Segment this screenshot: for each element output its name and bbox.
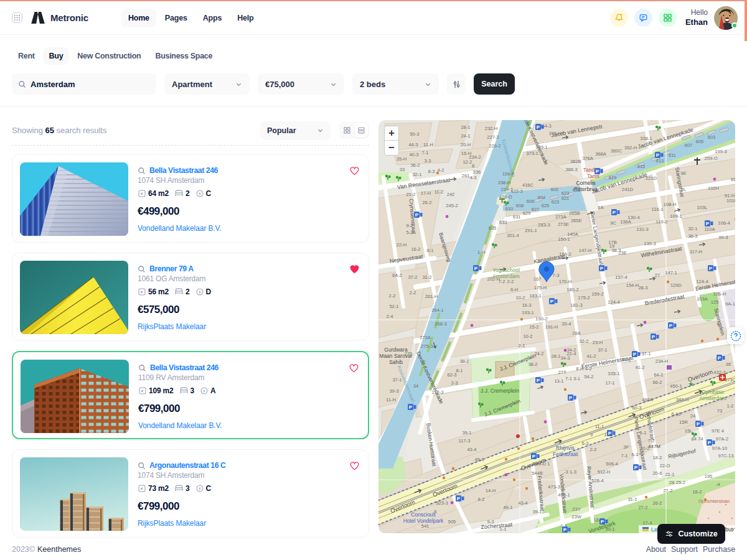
svg-text:117-3: 117-3 (459, 438, 471, 444)
svg-text:40-3: 40-3 (409, 152, 418, 157)
svg-text:175-H: 175-H (534, 285, 547, 291)
svg-text:166-2: 166-2 (559, 251, 571, 257)
svg-text:541: 541 (421, 523, 430, 529)
svg-text:99-3: 99-3 (718, 235, 728, 240)
svg-text:101H: 101H (726, 198, 735, 203)
svg-text:124-4: 124-4 (608, 299, 619, 305)
svg-text:Oprichtersbán: Oprichtersbán (698, 498, 730, 504)
svg-text:31-1: 31-1 (627, 497, 637, 502)
svg-text:273A: 273A (555, 214, 567, 220)
svg-text:544B: 544B (532, 470, 543, 476)
svg-text:428-O: 428-O (499, 194, 512, 200)
svg-text:8-3: 8-3 (428, 169, 435, 174)
svg-text:16-2: 16-2 (411, 246, 420, 252)
svg-text:6-3: 6-3 (582, 441, 589, 446)
svg-text:191-H: 191-H (545, 324, 558, 330)
svg-text:10-2: 10-2 (515, 295, 525, 301)
svg-text:7-1: 7-1 (422, 150, 429, 156)
svg-text:610: 610 (505, 206, 514, 212)
svg-text:23W: 23W (571, 514, 581, 520)
svg-text:370-H: 370-H (549, 131, 562, 136)
svg-text:157-4: 157-4 (615, 274, 627, 280)
svg-text:18-2: 18-2 (652, 455, 662, 460)
svg-text:450-1: 450-1 (670, 383, 682, 389)
svg-text:9C: 9C (610, 220, 616, 226)
svg-text:41-2: 41-2 (635, 365, 644, 370)
svg-text:103L: 103L (697, 205, 708, 210)
svg-text:22-H: 22-H (397, 242, 406, 248)
svg-text:28A: 28A (572, 330, 581, 336)
svg-text:34: 34 (413, 383, 418, 389)
svg-text:607: 607 (685, 142, 693, 148)
svg-text:2-2: 2-2 (590, 447, 597, 452)
svg-text:13-1: 13-1 (554, 378, 563, 384)
svg-text:8-H 4-2: 8-H 4-2 (576, 366, 591, 371)
svg-text:234-2: 234-2 (469, 154, 481, 160)
svg-text:-3 1-3: -3 1-3 (564, 469, 576, 475)
svg-text:26-2: 26-2 (422, 200, 431, 205)
svg-text:359-1: 359-1 (535, 144, 547, 150)
svg-text:23-H: 23-H (593, 340, 603, 345)
svg-text:202-H: 202-H (487, 276, 500, 282)
svg-text:383-H: 383-H (676, 397, 689, 403)
svg-text:97E 4: 97E 4 (712, 428, 724, 434)
svg-text:50-3: 50-3 (410, 131, 419, 137)
svg-text:229-2: 229-2 (489, 143, 500, 149)
svg-text:234-H: 234-H (655, 358, 669, 364)
svg-text:Yogaschool: Yogaschool (492, 267, 520, 273)
svg-text:633: 633 (499, 220, 507, 225)
svg-text:17-H: 17-H (421, 190, 431, 196)
svg-text:868: 868 (731, 177, 735, 182)
svg-text:195: 195 (705, 474, 713, 479)
svg-text:Gymbase: Gymbase (702, 389, 725, 395)
svg-text:6-1: 6-1 (640, 430, 647, 436)
svg-text:265B: 265B (569, 210, 580, 216)
svg-text:9E: 9E (680, 170, 686, 176)
svg-text:117-H: 117-H (690, 249, 702, 254)
svg-text:621: 621 (573, 187, 581, 193)
svg-text:P: P (415, 212, 419, 218)
svg-text:39-1: 39-1 (532, 509, 542, 515)
svg-text:31-2: 31-2 (422, 274, 431, 280)
svg-text:17-4: 17-4 (642, 520, 652, 526)
svg-text:106-H: 106-H (713, 291, 726, 297)
svg-text:364-3: 364-3 (539, 123, 551, 129)
svg-text:62-3: 62-3 (447, 372, 456, 378)
svg-text:8-1: 8-1 (456, 368, 463, 373)
svg-text:11-H: 11-H (386, 397, 396, 403)
svg-text:P: P (601, 519, 604, 525)
svg-text:9A-1: 9A-1 (725, 301, 735, 307)
svg-text:635: 635 (489, 225, 497, 231)
svg-text:8-2: 8-2 (478, 497, 485, 502)
svg-text:37-1: 37-1 (598, 347, 607, 353)
svg-text:623: 623 (561, 190, 570, 196)
svg-text:245-2: 245-2 (446, 203, 458, 208)
svg-text:611: 611 (669, 152, 676, 158)
svg-text:613: 613 (656, 158, 664, 164)
svg-text:64-1: 64-1 (654, 372, 663, 378)
svg-text:236: 236 (473, 169, 481, 175)
svg-text:P: P (537, 378, 540, 383)
svg-text:27: 27 (655, 273, 660, 278)
svg-text:73: 73 (717, 408, 722, 414)
svg-text:7-2: 7-2 (648, 438, 655, 444)
svg-text:9: 9 (590, 432, 593, 437)
svg-text:422-3: 422-3 (510, 189, 522, 194)
svg-text:16-3: 16-3 (522, 302, 531, 308)
svg-text:20-4: 20-4 (561, 321, 571, 327)
svg-text:199-3: 199-3 (715, 149, 726, 154)
svg-text:6-1: 6-1 (632, 452, 639, 457)
svg-text:241D: 241D (622, 187, 634, 192)
svg-text:Sahib: Sahib (389, 359, 403, 365)
svg-text:6-10: 6-10 (671, 411, 680, 417)
svg-text:621: 621 (561, 195, 570, 201)
svg-text:2-3: 2-3 (451, 380, 458, 386)
svg-text:84 74: 84 74 (691, 436, 703, 442)
svg-text:14-H: 14-H (486, 488, 496, 493)
svg-text:3F: 3F (624, 444, 629, 450)
svg-text:18-2: 18-2 (692, 489, 702, 495)
svg-text:32-1: 32-1 (688, 226, 697, 231)
svg-text:291-1: 291-1 (525, 228, 537, 233)
svg-text:447M: 447M (648, 444, 660, 449)
svg-text:183-1: 183-1 (529, 293, 541, 299)
